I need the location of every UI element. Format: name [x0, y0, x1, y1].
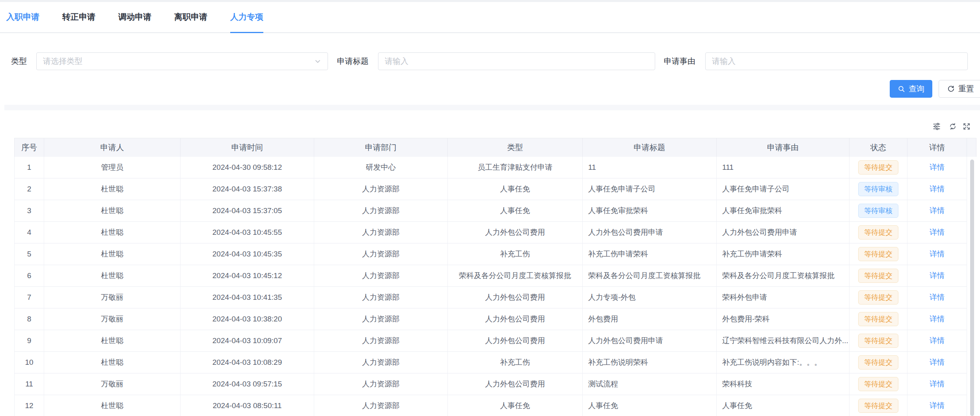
- detail-link[interactable]: 详情: [930, 314, 945, 324]
- cell-detail: 详情: [907, 373, 967, 395]
- detail-link[interactable]: 详情: [930, 206, 945, 216]
- cell-no: 2: [14, 178, 44, 200]
- cell-reason: 111: [717, 157, 850, 178]
- cell-time: 2024-04-03 09:57:15: [181, 373, 314, 395]
- cell-reason: 荣科科技: [717, 373, 850, 395]
- cell-reason: 人力外包公司费用申请: [717, 222, 850, 243]
- cell-type: 人事任免: [448, 200, 583, 222]
- tab-item[interactable]: 人力专项: [230, 2, 263, 33]
- cell-no: 4: [14, 222, 44, 243]
- cell-title: 荣科及各分公司月度工资核算报批: [583, 265, 717, 287]
- table-row: 4杜世聪2024-04-03 10:45:55人力资源部人力外包公司费用人力外包…: [14, 222, 976, 243]
- status-badge: 等待提交: [858, 312, 898, 326]
- fullscreen-icon[interactable]: [963, 123, 971, 130]
- cell-dept: 研发中心: [314, 157, 448, 178]
- data-table: 序号申请人申请时间申请部门类型申请标题申请事由状态详情 1管理员2024-04-…: [14, 138, 976, 416]
- tab-item[interactable]: 离职申请: [174, 2, 207, 33]
- status-badge: 等待提交: [858, 399, 898, 413]
- cell-applicant: 杜世聪: [44, 395, 181, 416]
- reset-button-label: 重置: [958, 84, 974, 94]
- vertical-scrollbar[interactable]: [970, 160, 974, 416]
- table-row: 7万敬丽2024-04-03 10:41:35人力资源部人力外包公司费用人力专项…: [14, 287, 976, 308]
- cell-status: 等待提交: [850, 395, 907, 416]
- cell-status: 等待提交: [850, 243, 907, 265]
- cell-no: 5: [14, 243, 44, 265]
- reset-icon: [947, 85, 955, 93]
- detail-link[interactable]: 详情: [930, 379, 945, 389]
- detail-link[interactable]: 详情: [930, 336, 945, 346]
- cell-detail: 详情: [907, 178, 967, 200]
- cell-status: 等待提交: [850, 330, 907, 352]
- header-gutter: [967, 138, 976, 157]
- tab-item[interactable]: 调动申请: [118, 2, 151, 33]
- detail-link[interactable]: 详情: [930, 401, 945, 411]
- status-badge: 等待提交: [858, 247, 898, 261]
- title-label: 申请标题: [337, 52, 369, 70]
- status-badge: 等待提交: [858, 269, 898, 283]
- column-settings-icon[interactable]: [933, 123, 941, 130]
- table-row: 12杜世聪2024-04-03 08:50:11人力资源部人事任免人事任免人事任…: [14, 395, 976, 416]
- table-row: 9杜世聪2024-04-03 10:09:07人力资源部人力外包公司费用人力外包…: [14, 330, 976, 352]
- cell-dept: 人力资源部: [314, 243, 448, 265]
- status-badge: 等待提交: [858, 377, 898, 391]
- page: 入职申请转正申请调动申请离职申请人力专项 类型 申请标题 申请事由 查询 重置: [0, 0, 980, 416]
- detail-link[interactable]: 详情: [930, 292, 945, 303]
- cell-detail: 详情: [907, 222, 967, 243]
- cell-type: 人力外包公司费用: [448, 330, 583, 352]
- refresh-icon[interactable]: [949, 123, 957, 130]
- reason-label: 申请事由: [664, 52, 695, 70]
- tab-item[interactable]: 转正申请: [62, 2, 95, 33]
- cell-dept: 人力资源部: [314, 352, 448, 373]
- cell-status: 等待提交: [850, 222, 907, 243]
- cell-detail: 详情: [907, 395, 967, 416]
- detail-link[interactable]: 详情: [930, 184, 945, 194]
- cell-dept: 人力资源部: [314, 395, 448, 416]
- title-input[interactable]: [378, 52, 655, 70]
- column-header: 序号: [14, 138, 44, 157]
- cell-time: 2024-04-03 10:09:07: [181, 330, 314, 352]
- cell-detail: 详情: [907, 308, 967, 330]
- reset-button[interactable]: 重置: [939, 80, 980, 98]
- reason-input[interactable]: [705, 52, 968, 70]
- table-row: 11万敬丽2024-04-03 09:57:15人力资源部人力外包公司费用测试流…: [14, 373, 976, 395]
- cell-dept: 人力资源部: [314, 200, 448, 222]
- cell-status: 等待提交: [850, 157, 907, 178]
- detail-link[interactable]: 详情: [930, 271, 945, 281]
- cell-type: 人力外包公司费用: [448, 373, 583, 395]
- status-badge: 等待提交: [858, 355, 898, 370]
- column-header: 类型: [448, 138, 583, 157]
- cell-detail: 详情: [907, 265, 967, 287]
- cell-reason: 辽宁荣科智维云科技有限公司人力外...: [717, 330, 850, 352]
- cell-type: 员工生育津贴支付申请: [448, 157, 583, 178]
- cell-dept: 人力资源部: [314, 308, 448, 330]
- cell-dept: 人力资源部: [314, 287, 448, 308]
- table-header-row: 序号申请人申请时间申请部门类型申请标题申请事由状态详情: [14, 138, 976, 157]
- cell-status: 等待审核: [850, 200, 907, 222]
- tab-item[interactable]: 入职申请: [6, 2, 39, 33]
- search-button[interactable]: 查询: [890, 80, 932, 98]
- cell-time: 2024-04-03 08:50:11: [181, 395, 314, 416]
- column-header: 状态: [850, 138, 907, 157]
- cell-detail: 详情: [907, 352, 967, 373]
- detail-link[interactable]: 详情: [930, 162, 945, 173]
- cell-status: 等待提交: [850, 287, 907, 308]
- cell-reason: 补充工伤说明内容如下:。。。: [717, 352, 850, 373]
- detail-link[interactable]: 详情: [930, 227, 945, 238]
- cell-status: 等待提交: [850, 373, 907, 395]
- cell-reason: 外包费用-荣科: [717, 308, 850, 330]
- cell-time: 2024-04-03 15:37:38: [181, 178, 314, 200]
- cell-type: 补充工伤: [448, 243, 583, 265]
- cell-type: 人力外包公司费用: [448, 222, 583, 243]
- cell-applicant: 万敬丽: [44, 287, 181, 308]
- detail-link[interactable]: 详情: [930, 249, 945, 259]
- table-row: 10杜世聪2024-04-03 10:08:29人力资源部补充工伤补充工伤说明荣…: [14, 352, 976, 373]
- table-row: 1管理员2024-04-30 09:58:12研发中心员工生育津贴支付申请111…: [14, 157, 976, 178]
- cell-dept: 人力资源部: [314, 373, 448, 395]
- cell-dept: 人力资源部: [314, 222, 448, 243]
- column-header: 申请标题: [583, 138, 717, 157]
- cell-dept: 人力资源部: [314, 178, 448, 200]
- type-select[interactable]: [36, 52, 328, 70]
- detail-link[interactable]: 详情: [930, 357, 945, 368]
- cell-title: 补充工伤说明荣科: [583, 352, 717, 373]
- cell-dept: 人力资源部: [314, 330, 448, 352]
